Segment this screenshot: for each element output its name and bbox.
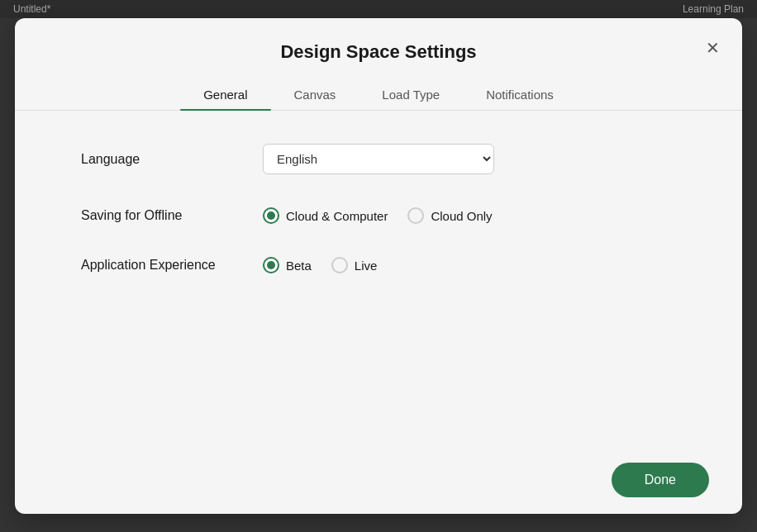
cloud-computer-radio[interactable] [263, 207, 279, 224]
tab-load-type[interactable]: Load Type [359, 79, 463, 110]
settings-modal: Design Space Settings ✕ General Canvas L… [15, 18, 742, 514]
close-icon: ✕ [706, 38, 720, 58]
saving-offline-label: Saving for Offline [81, 208, 263, 223]
language-control: English Spanish French German Portuguese [263, 144, 494, 174]
done-button[interactable]: Done [612, 463, 709, 497]
cloud-only-option[interactable]: Cloud Only [407, 207, 492, 224]
app-experience-control: Beta Live [263, 257, 377, 273]
live-option[interactable]: Live [331, 257, 378, 273]
tab-canvas[interactable]: Canvas [271, 79, 359, 110]
top-bar-left: Untitled* [13, 3, 50, 15]
modal-header: Design Space Settings ✕ General Canvas L… [15, 18, 742, 111]
top-bar-right: Learning Plan [683, 3, 744, 15]
modal-body: Language English Spanish French German P… [15, 111, 742, 446]
cloud-only-radio[interactable] [407, 207, 424, 224]
beta-label: Beta [286, 259, 312, 273]
beta-option[interactable]: Beta [263, 257, 312, 273]
cloud-computer-label: Cloud & Computer [286, 209, 388, 223]
cloud-only-label: Cloud Only [431, 209, 492, 223]
tab-general[interactable]: General [180, 79, 270, 110]
close-button[interactable]: ✕ [699, 35, 726, 61]
language-setting: Language English Spanish French German P… [81, 144, 676, 174]
cloud-computer-option[interactable]: Cloud & Computer [263, 207, 388, 224]
saving-offline-control: Cloud & Computer Cloud Only [263, 207, 493, 224]
live-label: Live [355, 259, 378, 273]
tabs-container: General Canvas Load Type Notifications [15, 79, 742, 111]
modal-footer: Done [15, 446, 742, 514]
app-experience-setting: Application Experience Beta Live [81, 257, 676, 273]
live-radio[interactable] [331, 257, 348, 273]
language-select[interactable]: English Spanish French German Portuguese [263, 144, 494, 174]
language-label: Language [81, 152, 263, 167]
app-experience-radio-group: Beta Live [263, 257, 377, 273]
saving-offline-setting: Saving for Offline Cloud & Computer Clou… [81, 207, 676, 224]
beta-radio[interactable] [263, 257, 279, 273]
saving-offline-radio-group: Cloud & Computer Cloud Only [263, 207, 493, 224]
tab-notifications[interactable]: Notifications [463, 79, 577, 110]
app-experience-label: Application Experience [81, 258, 263, 273]
modal-title: Design Space Settings [15, 41, 742, 63]
top-bar: Untitled* Learning Plan [0, 0, 757, 18]
